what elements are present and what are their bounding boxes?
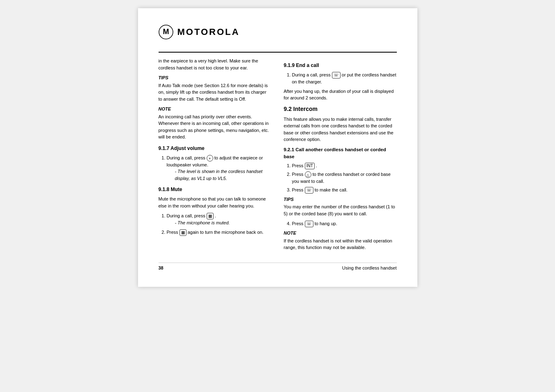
section-921-step4-list: Press ☏ to hang up. xyxy=(284,220,397,227)
logo-area: M MOTOROLA xyxy=(159,25,397,44)
right-column: 9.1.9 End a call During a call, press ☏ … xyxy=(284,58,397,254)
page-number: 38 xyxy=(159,265,164,270)
section-918-heading: 9.1.8 Mute xyxy=(159,186,272,193)
mute-icon: ▦ xyxy=(207,213,214,219)
section-917-substeps: The level is shown in the cordless hands… xyxy=(167,168,272,182)
nav-icon: △ xyxy=(305,171,311,178)
section-917-step1: During a call, press + to adjust the ear… xyxy=(167,154,272,182)
svg-text:M: M xyxy=(163,28,169,36)
note-label-2: NOTE xyxy=(284,230,397,237)
top-divider xyxy=(159,52,397,53)
mute-again-icon: ▦ xyxy=(180,229,187,236)
motorola-logo: M MOTOROLA xyxy=(159,25,240,39)
volume-icon: + xyxy=(207,155,213,161)
content-columns: in the earpiece to a very high level. Ma… xyxy=(159,58,397,254)
section-919-heading: 9.1.9 End a call xyxy=(284,62,397,69)
footer-label: Using the cordless handset xyxy=(342,265,397,270)
note-text-1: An incoming call has priority over other… xyxy=(159,113,272,141)
section-917-substep: The level is shown in the cordless hands… xyxy=(175,168,272,182)
brand-name: MOTOROLA xyxy=(177,27,240,37)
section-92-intro: This feature allows you to make internal… xyxy=(284,116,397,143)
section-92-heading: 9.2 Intercom xyxy=(284,105,397,113)
section-918-step2: Press ▦ again to turn the microphone bac… xyxy=(167,229,272,236)
section-921-step3: Press ☏ to make the call. xyxy=(292,187,397,194)
section-921-heading: 9.2.1 Call another cordless handset or c… xyxy=(284,146,397,161)
section-919-step1: During a call, press ☏ or put the cordle… xyxy=(292,71,397,85)
section-921-steps: Press INT . Press △ to the cordless hand… xyxy=(284,162,397,194)
call-icon: ☏ xyxy=(305,187,313,194)
section-919-after: After you hang up, the duration of your … xyxy=(284,88,397,101)
footer-bar: 38 Using the cordless handset xyxy=(159,263,397,270)
section-921-step1: Press INT . xyxy=(292,162,397,169)
end-call-icon: ☏ xyxy=(332,72,341,78)
section-918-substeps: The microphone is muted. xyxy=(167,219,272,226)
tips-label-2: TIPS xyxy=(284,196,397,203)
page-container: M MOTOROLA in the earpiece to a very hig… xyxy=(138,8,417,287)
section-918-intro: Mute the microphone so that you can talk… xyxy=(159,196,272,209)
tips-text-2: You may enter the number of the cordless… xyxy=(284,203,397,217)
intro-text: in the earpiece to a very high level. Ma… xyxy=(159,58,272,71)
hangup-icon: ☏ xyxy=(305,221,313,227)
section-921-step4: Press ☏ to hang up. xyxy=(292,220,397,227)
tips-text-1: If Auto Talk mode (see Section 12.6 for … xyxy=(159,82,272,103)
section-918-steps: During a call, press ▦ . The microphone … xyxy=(159,212,272,236)
section-919-steps: During a call, press ☏ or put the cordle… xyxy=(284,71,397,85)
tips-label-1: TIPS xyxy=(159,74,272,81)
note-text-2: If the cordless handset is not within th… xyxy=(284,238,397,251)
section-918-substep: The microphone is muted. xyxy=(175,219,272,226)
note-label-1: NOTE xyxy=(159,106,272,113)
int-button-icon: INT xyxy=(305,163,315,169)
section-917-heading: 9.1.7 Adjust volume xyxy=(159,145,272,152)
section-921-step2: Press △ to the cordless handset or corde… xyxy=(292,171,397,185)
section-917-steps: During a call, press + to adjust the ear… xyxy=(159,154,272,182)
left-column: in the earpiece to a very high level. Ma… xyxy=(159,58,272,254)
section-918-step1: During a call, press ▦ . The microphone … xyxy=(167,212,272,226)
motorola-logo-icon: M xyxy=(159,25,173,39)
